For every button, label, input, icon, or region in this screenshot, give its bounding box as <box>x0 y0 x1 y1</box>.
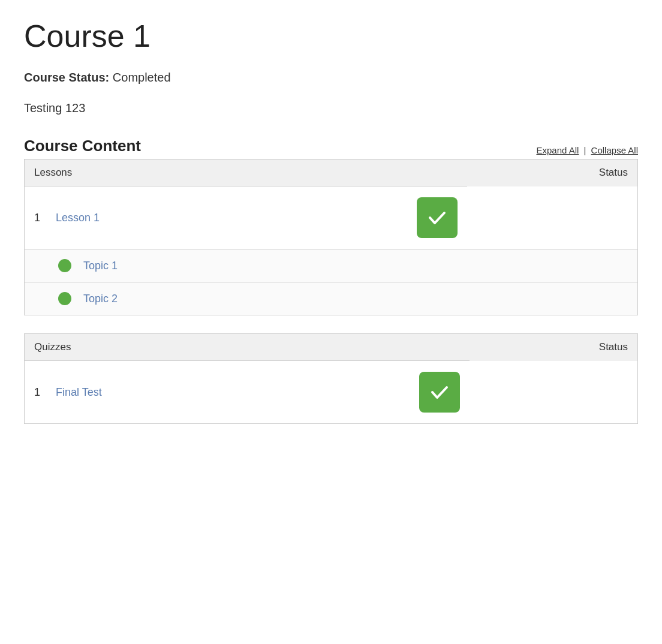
course-description: Testing 123 <box>24 101 638 115</box>
course-status-line: Course Status: Completed <box>24 71 638 85</box>
expand-all-link[interactable]: Expand All <box>536 145 579 155</box>
lessons-table: Lessons Status 1 Lesson 1 <box>24 159 638 315</box>
lessons-header-row: Lessons Status <box>25 160 638 186</box>
lesson-row: 1 Lesson 1 <box>25 186 638 249</box>
page-title: Course 1 <box>24 18 638 54</box>
lesson-link[interactable]: Lesson 1 <box>56 212 417 224</box>
topic-completed-dot <box>58 259 71 272</box>
topic-link[interactable]: Topic 2 <box>83 293 118 305</box>
course-status-label: Course Status: <box>24 71 109 84</box>
quiz-number: 1 <box>34 386 56 399</box>
course-content-header: Course Content Expand All | Collapse All <box>24 137 638 155</box>
quizzes-table: Quizzes Status 1 Final Test <box>24 333 638 424</box>
separator: | <box>584 145 586 155</box>
checkmark-icon <box>426 207 448 228</box>
quiz-link[interactable]: Final Test <box>56 386 419 399</box>
quiz-row: 1 Final Test <box>25 361 638 424</box>
lessons-col-header: Lessons <box>25 160 468 186</box>
topic-link[interactable]: Topic 1 <box>83 260 118 272</box>
collapse-all-link[interactable]: Collapse All <box>591 145 638 155</box>
course-content-title: Course Content <box>24 137 141 155</box>
lesson-number: 1 <box>34 212 56 224</box>
lessons-status-col-header: Status <box>467 160 637 186</box>
course-status-value: Completed <box>113 71 171 84</box>
lesson-status-check <box>417 197 458 238</box>
checkmark-icon <box>429 381 450 403</box>
quizzes-header-row: Quizzes Status <box>25 334 638 361</box>
quiz-status-check <box>419 372 460 413</box>
topic-row: Topic 1 <box>25 249 638 282</box>
expand-collapse-controls: Expand All | Collapse All <box>536 145 638 155</box>
quizzes-col-header: Quizzes <box>25 334 470 361</box>
topic-row: Topic 2 <box>25 282 638 315</box>
quizzes-status-col-header: Status <box>470 334 638 361</box>
topic-completed-dot <box>58 292 71 305</box>
